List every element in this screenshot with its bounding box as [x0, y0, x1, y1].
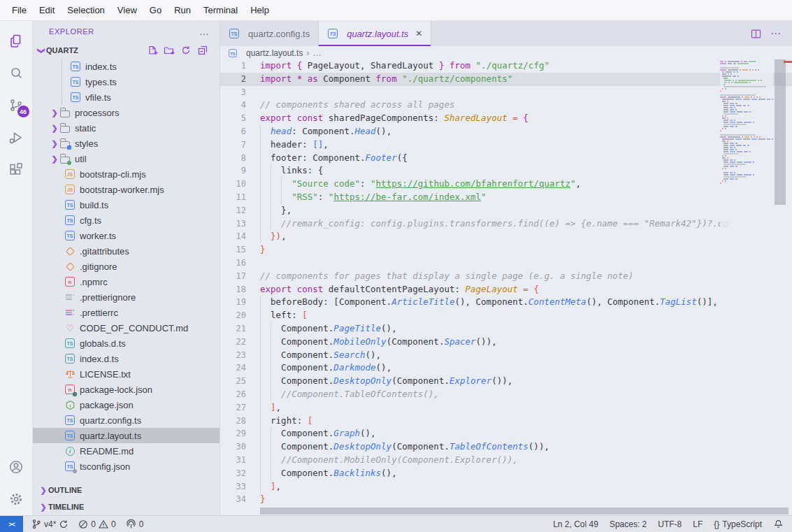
tree-item-CODE_OF_CONDUCT.md[interactable]: ♡CODE_OF_CONDUCT.md: [33, 320, 219, 336]
tree-item-quartz.layout.ts[interactable]: TSquartz.layout.ts: [33, 428, 219, 443]
branch-status[interactable]: v4*: [31, 519, 69, 529]
file-label: build.ts: [80, 200, 108, 210]
eol[interactable]: LF: [693, 519, 703, 529]
code-line-15: 15}: [220, 243, 792, 257]
tree-item-quartz.config.ts[interactable]: TSquartz.config.ts: [33, 412, 219, 428]
outline-section[interactable]: ❯ OUTLINE: [33, 482, 219, 498]
collapse-all-icon[interactable]: [197, 45, 208, 56]
file-label: index.d.ts: [80, 354, 119, 364]
tree-item-.npmrc[interactable]: n.npmrc: [33, 274, 219, 289]
settings-gear-icon[interactable]: [0, 483, 33, 515]
code-line-33: 33 ],: [220, 480, 792, 494]
code-line-8: 8 footer: Component.Footer({: [220, 152, 792, 165]
encoding[interactable]: UTF-8: [658, 519, 682, 529]
editor-more-icon[interactable]: ⋯: [770, 27, 782, 40]
split-editor-icon[interactable]: [750, 28, 762, 40]
code-line-7: 7 header: [],: [220, 138, 792, 152]
typescript-file-icon: TS: [228, 48, 238, 58]
indentation[interactable]: Spaces: 2: [610, 519, 647, 529]
code-area[interactable]: 1import { PageLayout, SharedLayout } fro…: [220, 59, 792, 515]
folder-util-file-icon: [59, 153, 71, 164]
search-icon[interactable]: [0, 57, 33, 89]
tree-item-worker.ts[interactable]: TSworker.ts: [33, 228, 219, 243]
tree-item-tsconfig.json[interactable]: TStsconfig.json: [33, 459, 219, 474]
tree-item-index.ts[interactable]: TSindex.ts: [33, 59, 219, 74]
code-line-30: 30 Component.DesktopOnly(Component.Table…: [220, 440, 792, 454]
tree-item-.prettierrc[interactable]: .prettierrc: [33, 305, 219, 320]
file-label: index.ts: [85, 62, 117, 72]
tree-item-util[interactable]: ❯util: [33, 151, 219, 166]
minimap[interactable]: [720, 59, 773, 515]
tree-item-README.md[interactable]: iREADME.md: [33, 443, 219, 459]
extensions-icon[interactable]: [0, 154, 33, 186]
new-file-icon[interactable]: [147, 45, 158, 56]
cursor-position[interactable]: Ln 2, Col 49: [553, 519, 598, 529]
timeline-section[interactable]: ❯ TIMELINE: [33, 498, 219, 515]
ts-file-icon: TS: [64, 415, 75, 426]
tree-item-styles[interactable]: ❯styles: [33, 136, 219, 151]
tree-item-build.ts[interactable]: TSbuild.ts: [33, 197, 219, 213]
refresh-icon[interactable]: [180, 45, 192, 56]
new-folder-icon[interactable]: [164, 45, 175, 56]
sidebar-more-icon[interactable]: …: [199, 26, 210, 37]
tree-item-.gitignore[interactable]: .gitignore: [33, 259, 219, 274]
code-line-12: 12 },: [220, 204, 792, 217]
file-label: globals.d.ts: [80, 338, 126, 349]
menu-item-edit[interactable]: Edit: [33, 5, 61, 15]
file-label: bootstrap-worker.mjs: [80, 185, 164, 195]
problems-status[interactable]: 0 0: [78, 519, 115, 529]
language-mode[interactable]: {} TypeScript: [714, 519, 762, 529]
tree-item-vfile.ts[interactable]: TSvfile.ts: [33, 89, 219, 105]
tree-item-index.d.ts[interactable]: TSindex.d.ts: [33, 351, 219, 366]
source-control-icon[interactable]: 46: [0, 89, 33, 122]
code-line-19: 19 beforeBody: [Component.ArticleTitle()…: [220, 296, 792, 309]
file-label: CODE_OF_CONDUCT.md: [80, 323, 188, 333]
tree-item-.prettierignore[interactable]: .prettierignore: [33, 289, 219, 305]
code-line-4: 4// components shared across all pages: [220, 99, 792, 112]
breadcrumb-more[interactable]: …: [312, 48, 321, 58]
horizontal-scrollbar[interactable]: [260, 508, 789, 515]
ports-status[interactable]: 0: [126, 519, 144, 529]
breadcrumb-file[interactable]: quartz.layout.ts: [246, 48, 303, 58]
tree-item-types.ts[interactable]: TStypes.ts: [33, 74, 219, 89]
license-file-icon: [64, 368, 75, 380]
tree-item-globals.d.ts[interactable]: TSglobals.d.ts: [33, 336, 219, 351]
tree-item-cfg.ts[interactable]: TScfg.ts: [33, 213, 219, 228]
section-header-quartz[interactable]: ❯ QUARTZ: [33, 42, 219, 59]
bell-icon[interactable]: [773, 519, 784, 529]
tree-item-bootstrap-worker.mjs[interactable]: JSbootstrap-worker.mjs: [33, 182, 219, 197]
run-debug-icon[interactable]: [0, 122, 33, 154]
ts-file-icon: TS: [70, 76, 81, 87]
vertical-scrollbar[interactable]: [773, 59, 787, 515]
tree-item-LICENSE.txt[interactable]: LICENSE.txt: [33, 366, 219, 382]
file-label: package-lock.json: [80, 384, 152, 395]
menu-item-file[interactable]: File: [6, 5, 33, 15]
tree-item-static[interactable]: ❯static: [33, 120, 219, 136]
account-icon[interactable]: [0, 451, 33, 483]
menu-item-run[interactable]: Run: [168, 5, 197, 15]
menu-item-view[interactable]: View: [111, 5, 143, 15]
close-tab-icon[interactable]: ✕: [415, 29, 422, 38]
remote-indicator[interactable]: ><: [0, 516, 23, 532]
tab-quartz-config[interactable]: TS quartz.config.ts: [220, 21, 319, 46]
menu-item-selection[interactable]: Selection: [61, 5, 110, 15]
file-label: types.ts: [85, 77, 117, 87]
menu-item-go[interactable]: Go: [143, 5, 168, 15]
tree-item-.gitattributes[interactable]: .gitattributes: [33, 243, 219, 259]
file-label: .prettierrc: [80, 308, 118, 318]
code-line-29: 29 Component.Graph(),: [220, 427, 792, 440]
git-file-icon: [64, 245, 75, 257]
tree-item-bootstrap-cli.mjs[interactable]: JSbootstrap-cli.mjs: [33, 166, 219, 182]
explorer-icon[interactable]: [0, 25, 33, 57]
tsconfig-file-icon: TS: [64, 461, 75, 472]
tree-item-package.json[interactable]: package.json: [33, 397, 219, 412]
menu-item-terminal[interactable]: Terminal: [197, 5, 244, 15]
tree-item-package-lock.json[interactable]: npackage-lock.json: [33, 382, 219, 397]
tree-item-processors[interactable]: ❯processors: [33, 105, 219, 120]
npm-lock-file-icon: n: [64, 384, 75, 395]
tab-quartz-layout[interactable]: TS quartz.layout.ts ✕: [319, 21, 431, 46]
file-label: worker.ts: [80, 231, 116, 241]
tab-bar: TS quartz.config.ts TS quartz.layout.ts …: [220, 21, 792, 46]
file-label: .npmrc: [80, 277, 108, 287]
menu-item-help[interactable]: Help: [244, 5, 275, 15]
